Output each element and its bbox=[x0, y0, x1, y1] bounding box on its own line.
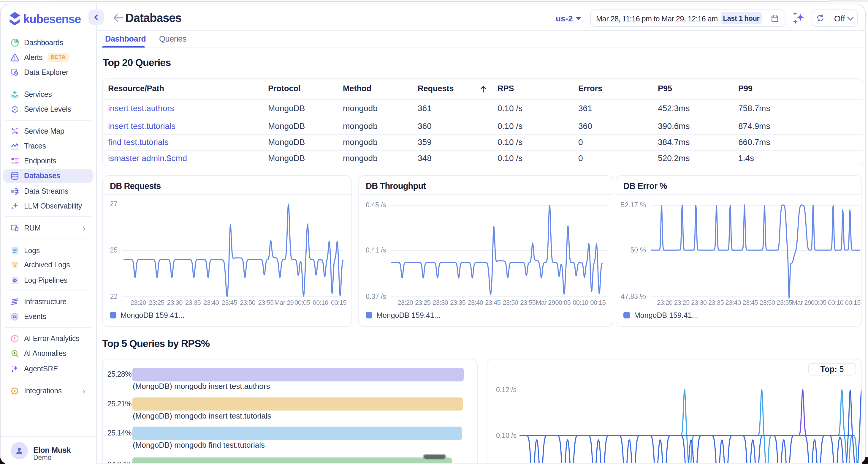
svg-text:K8: K8 bbox=[13, 315, 17, 318]
